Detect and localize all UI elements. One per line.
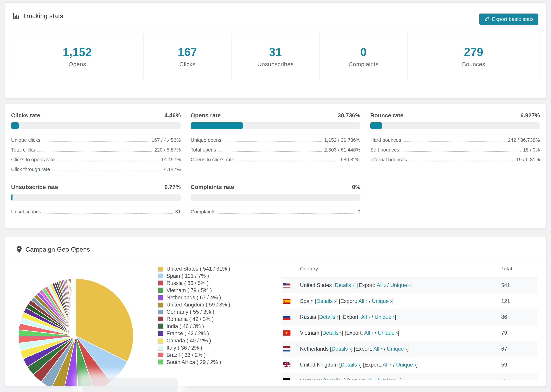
rate-row-value: 167 / 4.456% (151, 137, 181, 143)
rate-row-value: 0 (358, 209, 360, 215)
legend-label: United States ( 541 / 31% ) (167, 266, 230, 272)
export-unique-link[interactable]: Unique › (380, 378, 400, 380)
dotted-leader (57, 161, 159, 161)
flag-gb-icon (283, 362, 290, 367)
export-all-link[interactable]: All › (367, 378, 376, 380)
legend-swatch (158, 295, 163, 301)
rate-row: Total opens 2,303 / 61.446% (191, 145, 360, 155)
country-name: Spain (300, 298, 313, 304)
legend-label: South Africa ( 29 / 2% ) (167, 359, 221, 365)
rate-row: Total clicks 220 / 5.87% (11, 145, 181, 155)
geo-pie-chart[interactable] (18, 278, 134, 386)
rate-row-label: Click through rate (11, 167, 50, 172)
export-unique-link[interactable]: Unique › (374, 314, 395, 320)
rate-row-label: Clicks to opens rate (11, 157, 55, 162)
legend-label: Germany ( 55 / 3% ) (167, 309, 214, 315)
stat-label: Unsubscribes (257, 61, 294, 68)
dotted-leader (44, 213, 173, 214)
stat-value: 167 (178, 45, 197, 58)
legend-item-france: France ( 42 / 2% ) (158, 330, 230, 337)
rate-title: Complaints rate (191, 184, 234, 190)
details-link[interactable]: Details › (319, 314, 339, 320)
rate-row: Clicks to opens rate 14.497% (11, 155, 181, 165)
export-unique-link[interactable]: Unique › (387, 346, 407, 352)
country-total: 541 (501, 282, 510, 288)
tracking-stats-card: Tracking stats Export basic stats 1,152 … (5, 2, 546, 98)
export-all-link[interactable]: All › (361, 314, 370, 320)
pie-slice-other[interactable] (76, 279, 76, 336)
export-all-link[interactable]: All › (364, 330, 373, 336)
bar-chart-icon (13, 13, 19, 20)
country-name: Russia (300, 314, 316, 320)
export-all-link[interactable]: All › (358, 298, 367, 304)
rate-row: Hard bounces 242 / 86.738% (370, 135, 540, 145)
export-unique-link[interactable]: Unique › (372, 298, 392, 304)
legend-item-germany: Germany ( 55 / 3% ) (158, 308, 230, 315)
tracking-stats-title: Tracking stats (23, 13, 63, 20)
legend-item-spain: Spain ( 121 / 7% ) (158, 273, 230, 280)
details-link[interactable]: Details › (325, 378, 344, 380)
rate-row: Unsubscribes 31 (11, 207, 181, 217)
legend-swatch (158, 273, 163, 279)
dotted-leader (43, 141, 149, 142)
rate-value: 0.77% (164, 184, 181, 190)
export-all-link[interactable]: All › (373, 346, 382, 352)
flag-es-icon (283, 299, 290, 304)
flag-nl-icon (283, 346, 290, 351)
legend-swatch (158, 331, 163, 336)
rate-row-value: 14.497% (161, 157, 181, 162)
legend-swatch (158, 338, 163, 343)
rates-row-1: Clicks rate 4.46% Unique clicks 167 / 4.… (5, 112, 546, 174)
country-total: 55 (501, 378, 507, 380)
stat-bounces: 279 Bounces (407, 33, 540, 80)
stat-value: 31 (269, 45, 282, 58)
stat-label: Complaints (349, 61, 379, 68)
details-link[interactable]: Details › (335, 282, 354, 288)
geo-title: Campaign Geo Opens (26, 246, 90, 253)
export-all-link[interactable]: All › (382, 362, 391, 368)
rate-value: 0% (352, 184, 360, 190)
rate-row-label: Opens to clicks rate (191, 157, 234, 162)
rate-progress-track (370, 122, 540, 129)
legend-swatch (158, 287, 163, 293)
column-header-country: Country (300, 266, 318, 272)
rate-row: Internal bounces 19 / 6.81% (370, 155, 540, 165)
rate-row: Soft bounces 18 / 0% (370, 145, 540, 155)
legend-swatch (158, 280, 163, 286)
legend-label: Brazil ( 33 / 2% ) (167, 352, 206, 358)
details-link[interactable]: Details › (322, 330, 342, 336)
legend-swatch (158, 323, 163, 329)
rate-row-value: 19 / 6.81% (516, 157, 540, 162)
legend-item-india: India ( 46 / 3% ) (158, 323, 230, 330)
export-unique-link[interactable]: Unique › (378, 330, 398, 336)
dotted-leader (218, 213, 355, 214)
details-link[interactable]: Details › (332, 346, 351, 352)
legend-item-netherlands: Netherlands ( 67 / 4% ) (158, 294, 230, 301)
details-link[interactable]: Details › (341, 362, 360, 368)
dotted-leader (237, 161, 338, 161)
details-link[interactable]: Details › (317, 298, 336, 304)
export-unique-link[interactable]: Unique › (396, 362, 416, 368)
rate-title: Bounce rate (370, 112, 403, 119)
rate-row-label: Total clicks (11, 147, 35, 153)
export-all-link[interactable]: All › (377, 282, 386, 288)
legend-item-canada: Canada ( 40 / 2% ) (158, 337, 230, 344)
flag-ru-icon (283, 315, 290, 320)
rate-title: Clicks rate (11, 112, 40, 119)
stats-row: 1,152 Opens167 Clicks31 Unsubscribes0 Co… (11, 33, 540, 80)
stat-unsubscribes: 31 Unsubscribes (231, 33, 319, 80)
rate-progress-fill (11, 122, 19, 129)
rate-block-complaints-rate: Complaints rate 0% Complaints 0 (191, 183, 360, 217)
tracking-stats-header: Tracking stats Export basic stats (5, 3, 546, 28)
campaign-geo-opens-card: Campaign Geo Opens United States ( 541 /… (5, 237, 546, 386)
stat-value: 0 (360, 45, 367, 58)
rate-row-label: Hard bounces (370, 137, 401, 143)
country-total: 79 (501, 330, 507, 336)
stat-value: 1,152 (63, 45, 92, 58)
country-name: Vietnam (300, 330, 319, 336)
legend-swatch (158, 316, 163, 322)
export-basic-stats-button[interactable]: Export basic stats (479, 14, 538, 25)
rate-block-unsubscribe-rate: Unsubscribe rate 0.77% Unsubscribes 31 (11, 183, 181, 217)
rate-progress-track (11, 122, 181, 129)
export-unique-link[interactable]: Unique › (390, 282, 410, 288)
